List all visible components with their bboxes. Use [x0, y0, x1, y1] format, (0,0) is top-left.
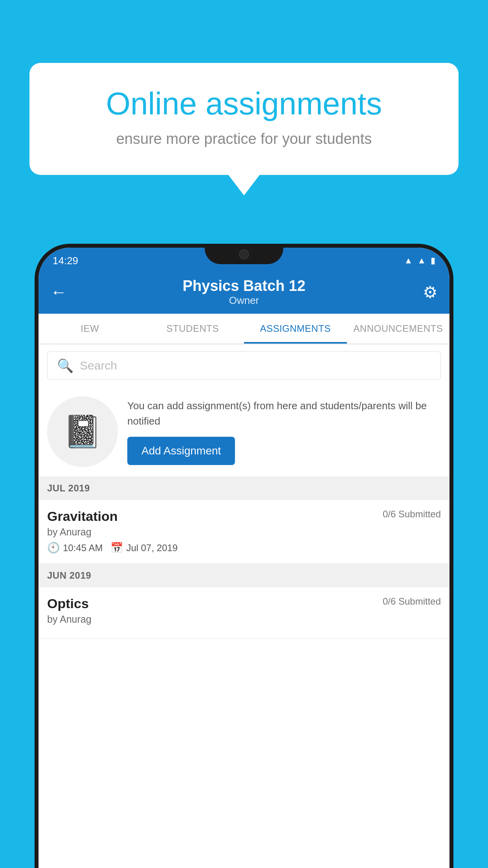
speech-bubble-title: Online assignments — [57, 86, 431, 121]
search-icon: 🔍 — [57, 358, 73, 373]
assignment-submitted-optics: 0/6 Submitted — [383, 596, 441, 607]
speech-bubble-card: Online assignments ensure more practice … — [29, 63, 459, 175]
tabs-bar: IEW STUDENTS ASSIGNMENTS ANNOUNCEMENTS — [39, 314, 449, 344]
assignment-submitted: 0/6 Submitted — [383, 509, 441, 520]
batch-title: Physics Batch 12 — [74, 278, 414, 294]
clock-icon: 🕙 — [47, 542, 60, 554]
assignment-time-meta: 🕙 10:45 AM — [47, 542, 103, 554]
search-container: 🔍 Search — [39, 344, 449, 387]
back-button[interactable]: ← — [50, 283, 74, 302]
promo-icon-circle: 📓 — [47, 396, 118, 467]
calendar-icon: 📅 — [110, 542, 123, 554]
battery-icon: ▮ — [431, 256, 435, 266]
section-header-jun2019: JUN 2019 — [39, 564, 449, 587]
settings-button[interactable]: ⚙ — [414, 283, 438, 302]
search-placeholder: Search — [80, 359, 117, 372]
signal-icon: ▲ — [417, 256, 426, 266]
phone-notch — [205, 244, 283, 264]
assignment-date: Jul 07, 2019 — [126, 542, 178, 554]
front-camera — [239, 249, 249, 259]
phone-screen: 14:29 ▲ ▲ ▮ ← Physics Batch 12 Owner ⚙ I… — [39, 248, 449, 868]
assignment-title-optics: Optics — [47, 596, 89, 611]
batch-role: Owner — [74, 294, 414, 307]
assignment-item-optics[interactable]: Optics 0/6 Submitted by Anurag — [39, 587, 449, 639]
status-time: 14:29 — [53, 255, 78, 267]
tab-announcements[interactable]: ANNOUNCEMENTS — [347, 314, 450, 344]
assignment-author: by Anurag — [47, 526, 441, 538]
add-assignment-button[interactable]: Add Assignment — [127, 437, 235, 465]
tab-iew[interactable]: IEW — [39, 314, 141, 344]
speech-bubble-subtitle: ensure more practice for your students — [57, 131, 431, 147]
section-header-jul2019: JUL 2019 — [39, 476, 449, 500]
header-title-group: Physics Batch 12 Owner — [74, 278, 414, 307]
wifi-icon: ▲ — [404, 256, 413, 266]
assignment-meta: 🕙 10:45 AM 📅 Jul 07, 2019 — [47, 542, 441, 554]
promo-text-group: You can add assignment(s) from here and … — [127, 398, 441, 465]
search-bar[interactable]: 🔍 Search — [47, 351, 441, 380]
assignment-row-top: Gravitation 0/6 Submitted — [47, 509, 441, 524]
assignment-author-optics: by Anurag — [47, 614, 441, 625]
status-icons: ▲ ▲ ▮ — [404, 256, 435, 266]
screen-content: 🔍 Search 📓 You can add assignment(s) fro… — [39, 344, 449, 868]
phone-frame: 14:29 ▲ ▲ ▮ ← Physics Batch 12 Owner ⚙ I… — [35, 244, 453, 868]
tab-students[interactable]: STUDENTS — [141, 314, 244, 344]
app-header: ← Physics Batch 12 Owner ⚙ — [39, 270, 449, 314]
promo-section: 📓 You can add assignment(s) from here an… — [39, 387, 449, 476]
promo-description: You can add assignment(s) from here and … — [127, 398, 441, 429]
tab-assignments[interactable]: ASSIGNMENTS — [244, 314, 347, 344]
assignment-item-gravitation[interactable]: Gravitation 0/6 Submitted by Anurag 🕙 10… — [39, 500, 449, 564]
assignment-row-top-optics: Optics 0/6 Submitted — [47, 596, 441, 611]
assignment-time: 10:45 AM — [63, 542, 103, 554]
assignment-title: Gravitation — [47, 509, 117, 524]
notebook-icon: 📓 — [63, 413, 102, 450]
assignment-date-meta: 📅 Jul 07, 2019 — [110, 542, 178, 554]
